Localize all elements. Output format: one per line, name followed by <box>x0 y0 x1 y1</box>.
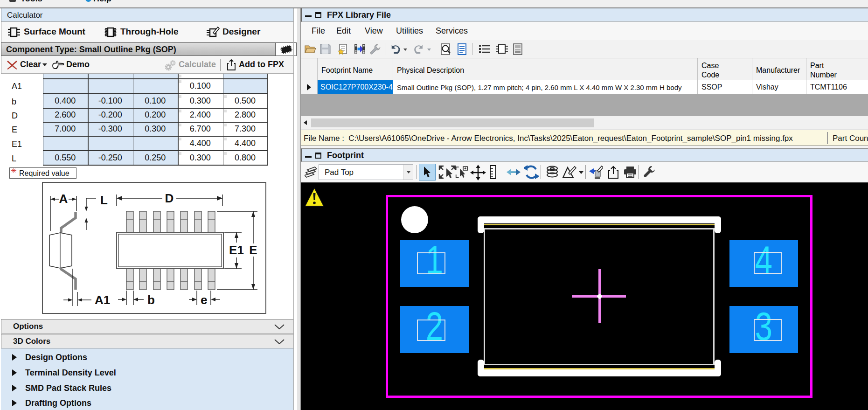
svg-text:A: A <box>59 192 68 206</box>
svg-text:E1: E1 <box>229 243 244 257</box>
svg-text:L: L <box>100 193 108 207</box>
svg-text:A1: A1 <box>95 293 110 307</box>
svg-text:e: e <box>201 293 207 307</box>
svg-text:E: E <box>249 243 257 257</box>
svg-text:D: D <box>165 191 174 205</box>
svg-text:b: b <box>147 293 155 307</box>
